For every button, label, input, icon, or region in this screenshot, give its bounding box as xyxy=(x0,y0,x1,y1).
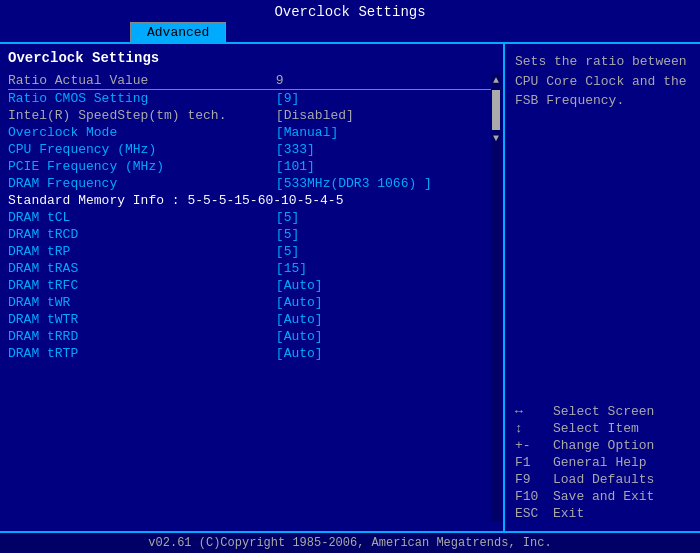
row-label: Ratio Actual Value xyxy=(8,72,276,90)
key-row-select-screen: ↔ Select Screen xyxy=(515,404,690,419)
row-value: [15] xyxy=(276,260,495,277)
screen-title: Overclock Settings xyxy=(274,4,425,20)
row-label: PCIE Frequency (MHz) xyxy=(8,158,276,175)
key-row-load-defaults: F9 Load Defaults xyxy=(515,472,690,487)
table-row: Intel(R) SpeedStep(tm) tech. [Disabled] xyxy=(8,107,495,124)
key-help-section: ↔ Select Screen ↕ Select Item +- Change … xyxy=(515,404,690,523)
row-value: [5] xyxy=(276,226,495,243)
table-row: DRAM tRFC [Auto] xyxy=(8,277,495,294)
key-save-exit: F10 xyxy=(515,489,553,504)
row-value: [Manual] xyxy=(276,124,495,141)
row-value: [Auto] xyxy=(276,345,495,362)
footer: v02.61 (C)Copyright 1985-2006, American … xyxy=(0,531,700,553)
main-content: Overclock Settings Ratio Actual Value 9 … xyxy=(0,44,700,531)
key-desc-save-exit: Save and Exit xyxy=(553,489,654,504)
scroll-thumb[interactable] xyxy=(492,90,500,130)
row-value: [9] xyxy=(276,90,495,108)
row-label: Standard Memory Info : 5-5-5-15-60-10-5-… xyxy=(8,192,495,209)
row-value: 9 xyxy=(276,72,495,90)
key-desc-select-item: Select Item xyxy=(553,421,639,436)
row-value: [Auto] xyxy=(276,328,495,345)
row-value: [Auto] xyxy=(276,311,495,328)
key-desc-general-help: General Help xyxy=(553,455,647,470)
title-bar: Overclock Settings xyxy=(0,0,700,22)
table-row: Standard Memory Info : 5-5-5-15-60-10-5-… xyxy=(8,192,495,209)
row-label: CPU Frequency (MHz) xyxy=(8,141,276,158)
table-row: Ratio CMOS Setting [9] xyxy=(8,90,495,108)
key-general-help: F1 xyxy=(515,455,553,470)
table-row: DRAM tRP [5] xyxy=(8,243,495,260)
table-row: DRAM tCL [5] xyxy=(8,209,495,226)
row-value: [5] xyxy=(276,209,495,226)
key-select-item: ↕ xyxy=(515,421,553,436)
bios-screen: Overclock Settings Advanced Overclock Se… xyxy=(0,0,700,553)
table-row: DRAM tRTP [Auto] xyxy=(8,345,495,362)
help-text: Sets the ratio between CPU Core Clock an… xyxy=(515,52,690,111)
key-desc-change-option: Change Option xyxy=(553,438,654,453)
row-label: Ratio CMOS Setting xyxy=(8,90,276,108)
tab-advanced[interactable]: Advanced xyxy=(130,22,226,42)
key-change-option: +- xyxy=(515,438,553,453)
row-value: [333] xyxy=(276,141,495,158)
key-desc-esc: Exit xyxy=(553,506,584,521)
row-label: DRAM tRRD xyxy=(8,328,276,345)
row-label: DRAM tCL xyxy=(8,209,276,226)
key-row-change-option: +- Change Option xyxy=(515,438,690,453)
row-label: DRAM Frequency xyxy=(8,175,276,192)
key-row-save-exit: F10 Save and Exit xyxy=(515,489,690,504)
key-load-defaults: F9 xyxy=(515,472,553,487)
table-row: DRAM tWR [Auto] xyxy=(8,294,495,311)
table-row: DRAM tWTR [Auto] xyxy=(8,311,495,328)
row-label: Overclock Mode xyxy=(8,124,276,141)
scroll-up-arrow[interactable]: ▲ xyxy=(493,74,499,88)
scroll-down-arrow[interactable]: ▼ xyxy=(493,132,499,146)
row-label: DRAM tRAS xyxy=(8,260,276,277)
row-value: [101] xyxy=(276,158,495,175)
row-value: [5] xyxy=(276,243,495,260)
footer-text: v02.61 (C)Copyright 1985-2006, American … xyxy=(148,536,551,550)
key-row-esc: ESC Exit xyxy=(515,506,690,521)
settings-table: Ratio Actual Value 9 Ratio CMOS Setting … xyxy=(8,72,495,362)
row-label: Intel(R) SpeedStep(tm) tech. xyxy=(8,107,276,124)
table-row: Ratio Actual Value 9 xyxy=(8,72,495,90)
table-row: DRAM tRRD [Auto] xyxy=(8,328,495,345)
table-row: PCIE Frequency (MHz) [101] xyxy=(8,158,495,175)
row-label: DRAM tRP xyxy=(8,243,276,260)
row-value: [Auto] xyxy=(276,277,495,294)
row-value: [533MHz(DDR3 1066) ] xyxy=(276,175,495,192)
panel-title: Overclock Settings xyxy=(8,50,495,66)
key-desc-load-defaults: Load Defaults xyxy=(553,472,654,487)
table-row: CPU Frequency (MHz) [333] xyxy=(8,141,495,158)
table-row: DRAM tRCD [5] xyxy=(8,226,495,243)
table-row: DRAM Frequency [533MHz(DDR3 1066) ] xyxy=(8,175,495,192)
row-value: [Auto] xyxy=(276,294,495,311)
row-label: DRAM tRTP xyxy=(8,345,276,362)
table-row: DRAM tRAS [15] xyxy=(8,260,495,277)
scrollbar[interactable]: ▲ ▼ xyxy=(491,74,501,521)
table-row: Overclock Mode [Manual] xyxy=(8,124,495,141)
row-value: [Disabled] xyxy=(276,107,495,124)
right-panel: Sets the ratio between CPU Core Clock an… xyxy=(505,44,700,531)
tab-row: Advanced xyxy=(0,22,700,44)
key-esc: ESC xyxy=(515,506,553,521)
row-label: DRAM tWR xyxy=(8,294,276,311)
left-panel: Overclock Settings Ratio Actual Value 9 … xyxy=(0,44,505,531)
row-label: DRAM tRFC xyxy=(8,277,276,294)
key-select-screen: ↔ xyxy=(515,404,553,419)
key-row-general-help: F1 General Help xyxy=(515,455,690,470)
key-row-select-item: ↕ Select Item xyxy=(515,421,690,436)
row-label: DRAM tWTR xyxy=(8,311,276,328)
key-desc-select-screen: Select Screen xyxy=(553,404,654,419)
row-label: DRAM tRCD xyxy=(8,226,276,243)
